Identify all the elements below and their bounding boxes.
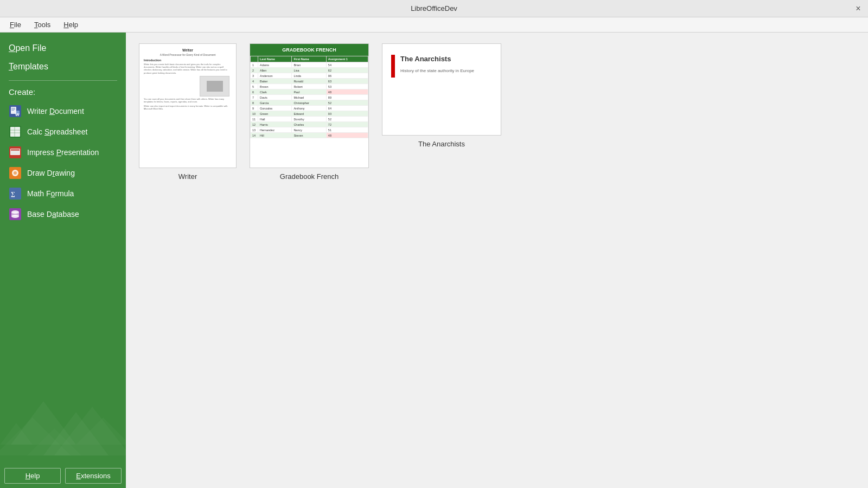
table-row: 7DavisMichael89 bbox=[251, 95, 368, 100]
impress-icon bbox=[9, 146, 22, 159]
menu-file[interactable]: File bbox=[4, 20, 27, 30]
writer-card-label: Writer bbox=[178, 172, 197, 181]
svg-rect-3 bbox=[11, 109, 15, 110]
writer-label: Writer Document bbox=[27, 107, 84, 115]
menu-help[interactable]: Help bbox=[58, 20, 84, 30]
main-layout: Open File Templates Create: W bbox=[0, 33, 868, 488]
sidebar-item-calc[interactable]: Calc Spreadsheet bbox=[0, 121, 126, 142]
draw-icon bbox=[9, 166, 22, 179]
gradebook-thumb: GRADEBOOK FRENCH Last Name First Name As… bbox=[250, 43, 369, 168]
math-icon: ∑ bbox=[9, 187, 22, 200]
sidebar-item-math[interactable]: ∑ Math Formula bbox=[0, 183, 126, 204]
templates-link[interactable]: Templates bbox=[0, 57, 126, 76]
create-label: Create: bbox=[0, 85, 126, 101]
table-row: 1AdamsBrian54 bbox=[251, 62, 368, 68]
template-card-gradebook[interactable]: GRADEBOOK FRENCH Last Name First Name As… bbox=[250, 43, 369, 181]
template-card-writer[interactable]: Writer A Word Processor for Every Kind o… bbox=[139, 43, 237, 181]
sidebar-bottom: Help Extensions bbox=[0, 464, 126, 488]
table-row: 3AndersonLinda96 bbox=[251, 73, 368, 79]
gradebook-card-label: Gradebook French bbox=[280, 172, 339, 181]
impress-label: Impress Presentation bbox=[27, 148, 99, 157]
table-row: 14HillSteven48 bbox=[251, 133, 368, 138]
anarchists-thumb: The Anarchists History of the state auth… bbox=[382, 43, 501, 136]
template-card-anarchists[interactable]: The Anarchists History of the state auth… bbox=[382, 43, 501, 148]
open-file-link[interactable]: Open File bbox=[0, 39, 126, 57]
table-row: 12HarrisCharles72 bbox=[251, 122, 368, 127]
draw-label: Draw Drawing bbox=[27, 169, 75, 177]
help-button[interactable]: Help bbox=[4, 468, 61, 484]
svg-point-18 bbox=[14, 171, 17, 175]
table-row: 5BrownRobert53 bbox=[251, 84, 368, 89]
menu-tools[interactable]: Tools bbox=[29, 20, 56, 30]
anarchists-subtitle: History of the state authority in Europe bbox=[400, 68, 474, 73]
table-row: 8GarciaChristopher52 bbox=[251, 100, 368, 106]
table-row: 10GreenEdward93 bbox=[251, 111, 368, 117]
base-label: Base Database bbox=[27, 210, 79, 219]
svg-text:W: W bbox=[15, 112, 20, 117]
gradebook-title: GRADEBOOK FRENCH bbox=[250, 44, 368, 56]
anarchists-title: The Anarchists bbox=[400, 55, 474, 63]
sidebar-divider bbox=[9, 80, 117, 81]
template-grid: Writer A Word Processor for Every Kind o… bbox=[139, 43, 855, 181]
math-label: Math Formula bbox=[27, 189, 74, 198]
table-row: 9GonzalesAnthony64 bbox=[251, 106, 368, 111]
anarchists-card-label: The Anarchists bbox=[418, 140, 465, 148]
writer-thumb: Writer A Word Processor for Every Kind o… bbox=[139, 43, 237, 168]
table-row: 11HallDorothy52 bbox=[251, 117, 368, 122]
writer-icon: W bbox=[9, 105, 22, 118]
content-area: Writer A Word Processor for Every Kind o… bbox=[126, 33, 868, 488]
sidebar: Open File Templates Create: W bbox=[0, 33, 126, 488]
sidebar-decoration bbox=[0, 347, 126, 455]
table-row: 4BakerRonald63 bbox=[251, 79, 368, 84]
title-bar: LibreOfficeDev × bbox=[0, 0, 868, 17]
svg-text:∑: ∑ bbox=[11, 190, 15, 197]
sidebar-item-draw[interactable]: Draw Drawing bbox=[0, 163, 126, 183]
menu-bar: File Tools Help bbox=[0, 17, 868, 33]
extensions-button[interactable]: Extensions bbox=[65, 468, 122, 484]
calc-label: Calc Spreadsheet bbox=[27, 127, 87, 136]
table-row: 13HernandezNancy51 bbox=[251, 127, 368, 133]
table-row: 6ClarkPaul48 bbox=[251, 89, 368, 95]
base-icon bbox=[9, 208, 22, 221]
svg-rect-8 bbox=[10, 127, 20, 137]
gradebook-table: Last Name First Name Assignment 1 1Adams… bbox=[250, 56, 368, 138]
calc-icon bbox=[9, 125, 22, 138]
sidebar-item-writer[interactable]: W Writer Document bbox=[0, 101, 126, 121]
close-button[interactable]: × bbox=[853, 3, 864, 14]
sidebar-item-base[interactable]: Base Database bbox=[0, 204, 126, 224]
sidebar-item-impress[interactable]: Impress Presentation bbox=[0, 142, 126, 163]
svg-rect-4 bbox=[11, 110, 14, 111]
svg-rect-15 bbox=[11, 149, 20, 151]
svg-rect-2 bbox=[11, 108, 15, 108]
app-title: LibreOfficeDev bbox=[411, 4, 457, 12]
table-row: 2AllenLisa62 bbox=[251, 68, 368, 73]
svg-point-24 bbox=[11, 215, 19, 218]
